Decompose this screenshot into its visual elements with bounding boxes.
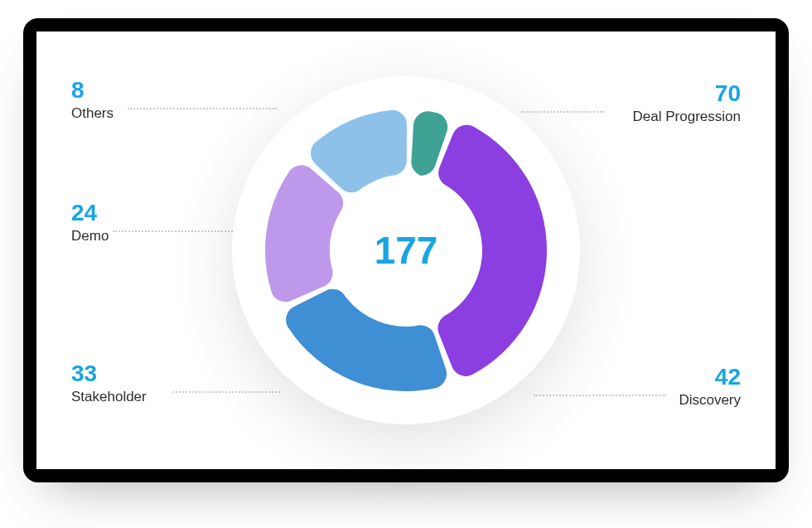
donut-segment-stakeholder — [265, 165, 343, 302]
callout-demo: 24 Demo — [71, 201, 109, 245]
callout-value: 33 — [71, 361, 147, 387]
donut-chart: 177 — [224, 68, 588, 433]
callout-value: 24 — [71, 201, 109, 226]
callout-label: Demo — [71, 228, 109, 245]
callout-discovery: 42 Discovery — [679, 365, 741, 409]
callout-others: 8 Others — [71, 78, 114, 122]
callout-value: 8 — [71, 78, 114, 104]
callout-value: 42 — [679, 365, 741, 390]
chart-card-inner: 70 Deal Progression 42 Discovery 8 Other… — [36, 31, 776, 469]
donut-segment-deal-progression — [437, 125, 547, 376]
donut-total: 177 — [375, 228, 438, 273]
donut-segment-demo — [311, 110, 407, 193]
chart-card: 70 Deal Progression 42 Discovery 8 Other… — [23, 18, 789, 482]
callout-stakeholder: 33 Stakeholder — [71, 361, 147, 405]
callout-deal-progression: 70 Deal Progression — [633, 81, 741, 125]
callout-label: Discovery — [679, 392, 741, 409]
donut-segment-discovery — [286, 289, 447, 391]
callout-label: Stakeholder — [71, 389, 147, 405]
callout-label: Others — [71, 105, 114, 122]
callout-value: 70 — [633, 81, 741, 107]
callout-label: Deal Progression — [633, 109, 741, 125]
